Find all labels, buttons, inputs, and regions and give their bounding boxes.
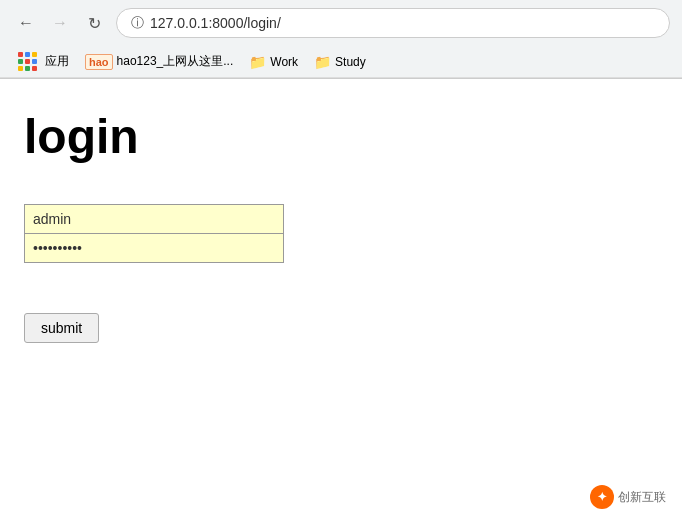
address-bar[interactable]: ⓘ 127.0.0.1:8000/login/ [116, 8, 670, 38]
forward-button[interactable]: → [46, 9, 74, 37]
info-icon: ⓘ [131, 14, 144, 32]
folder-work-icon: 📁 [249, 54, 266, 70]
password-input[interactable] [24, 233, 284, 263]
page-title: login [24, 109, 658, 164]
apps-grid-icon [18, 52, 37, 71]
submit-button[interactable]: submit [24, 313, 99, 343]
folder-study-icon: 📁 [314, 54, 331, 70]
watermark-logo-icon: ✦ [590, 485, 614, 509]
back-button[interactable]: ← [12, 9, 40, 37]
page-content: login submit ✦ 创新互联 [0, 79, 682, 525]
work-label: Work [270, 55, 298, 69]
bookmark-hao123[interactable]: hao hao123_上网从这里... [79, 51, 239, 72]
login-form [24, 204, 284, 263]
hao-logo-icon: hao [85, 54, 113, 70]
refresh-button[interactable]: ↻ [80, 9, 108, 37]
watermark: ✦ 创新互联 [590, 485, 666, 509]
url-text: 127.0.0.1:8000/login/ [150, 15, 281, 31]
browser-toolbar: ← → ↻ ⓘ 127.0.0.1:8000/login/ [0, 0, 682, 46]
apps-label: 应用 [45, 53, 69, 70]
hao-text: hao123_上网从这里... [117, 53, 234, 70]
watermark-text: 创新互联 [618, 489, 666, 506]
bookmark-study[interactable]: 📁 Study [308, 52, 372, 72]
study-label: Study [335, 55, 366, 69]
nav-buttons: ← → ↻ [12, 9, 108, 37]
browser-chrome: ← → ↻ ⓘ 127.0.0.1:8000/login/ 应用 [0, 0, 682, 79]
bookmarks-bar: 应用 hao hao123_上网从这里... 📁 Work 📁 Study [0, 46, 682, 78]
bookmark-apps[interactable]: 应用 [12, 50, 75, 73]
bookmark-work[interactable]: 📁 Work [243, 52, 304, 72]
username-input[interactable] [24, 204, 284, 233]
